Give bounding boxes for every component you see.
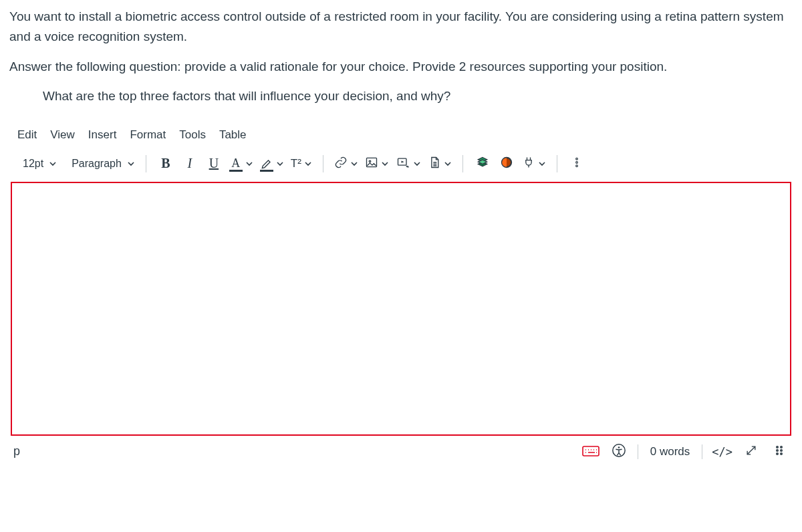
- svg-point-5: [576, 161, 578, 163]
- separator: [638, 444, 638, 459]
- image-button[interactable]: [362, 152, 392, 175]
- accessibility-icon: [612, 443, 626, 460]
- document-button[interactable]: [425, 152, 454, 175]
- statusbar: p 0 words </>: [9, 436, 793, 464]
- resize-handle[interactable]: [770, 442, 789, 461]
- text-color-icon: A: [229, 156, 243, 170]
- media-icon: [396, 156, 410, 172]
- editor-textarea[interactable]: [11, 182, 791, 436]
- question-paragraph-2: Answer the following question: provide a…: [9, 57, 793, 77]
- separator: [146, 155, 146, 172]
- block-type-select[interactable]: Paragraph: [66, 152, 138, 175]
- superscript-button[interactable]: T²: [288, 152, 315, 175]
- question-paragraph-1: You want to install a biometric access c…: [9, 7, 793, 47]
- keyboard-icon: [582, 444, 599, 460]
- bold-icon: B: [161, 156, 170, 171]
- chevron-down-icon: [444, 160, 452, 168]
- text-color-button[interactable]: A: [227, 152, 256, 175]
- svg-point-12: [777, 449, 778, 450]
- svg-point-11: [781, 446, 782, 447]
- word-count[interactable]: 0 words: [648, 445, 693, 458]
- block-type-label: Paragraph: [69, 158, 124, 170]
- media-button[interactable]: [393, 152, 424, 175]
- svg-point-1: [369, 160, 371, 162]
- menu-insert[interactable]: Insert: [88, 128, 117, 142]
- chevron-down-icon: [538, 160, 546, 168]
- kaltura-plugin-button[interactable]: [495, 152, 518, 175]
- highlight-color-button[interactable]: [257, 152, 287, 175]
- accessibility-checker-button[interactable]: [610, 442, 628, 461]
- link-button[interactable]: [331, 152, 361, 175]
- svg-point-15: [781, 452, 782, 454]
- menu-edit[interactable]: Edit: [17, 128, 37, 142]
- chevron-down-icon: [381, 160, 389, 168]
- more-button[interactable]: [565, 152, 588, 175]
- html-view-toggle[interactable]: </>: [712, 445, 732, 458]
- superscript-icon: T²: [291, 157, 301, 170]
- menu-table[interactable]: Table: [219, 128, 247, 142]
- menu-tools[interactable]: Tools: [179, 128, 206, 142]
- expand-icon: [745, 444, 758, 460]
- chevron-down-icon: [49, 160, 57, 168]
- svg-rect-7: [583, 446, 599, 456]
- document-icon: [428, 156, 441, 172]
- chevron-down-icon: [276, 160, 284, 168]
- fullscreen-button[interactable]: [742, 442, 761, 461]
- toolbar: 12pt Paragraph B I U A: [9, 148, 793, 182]
- separator: [462, 155, 463, 172]
- bold-button[interactable]: B: [154, 152, 177, 175]
- drag-handle-icon: [774, 445, 785, 458]
- svg-rect-0: [366, 158, 376, 166]
- apps-button[interactable]: [519, 152, 549, 175]
- underline-icon: U: [209, 156, 219, 171]
- link-icon: [334, 156, 348, 172]
- underline-button[interactable]: U: [203, 152, 225, 175]
- svg-point-4: [576, 158, 578, 160]
- element-path[interactable]: p: [13, 444, 581, 458]
- highlighter-icon: [260, 157, 273, 170]
- italic-button[interactable]: I: [178, 152, 201, 175]
- separator: [323, 155, 323, 172]
- menubar: Edit View Insert Format Tools Table: [9, 123, 793, 148]
- svg-point-6: [576, 164, 578, 166]
- office-plugin-button[interactable]: [471, 152, 494, 175]
- keyboard-shortcuts-button[interactable]: [581, 442, 600, 461]
- menu-view[interactable]: View: [50, 128, 75, 142]
- svg-point-14: [777, 452, 778, 454]
- menu-format[interactable]: Format: [130, 128, 166, 142]
- svg-point-10: [777, 446, 778, 447]
- image-icon: [365, 156, 378, 172]
- plug-icon: [522, 156, 535, 172]
- svg-point-9: [618, 446, 620, 448]
- chevron-down-icon: [350, 160, 358, 168]
- office-icon: [476, 156, 489, 172]
- chevron-down-icon: [413, 160, 421, 168]
- question-paragraph-3: What are the top three factors that will…: [9, 86, 793, 106]
- chevron-down-icon: [127, 160, 135, 168]
- more-vertical-icon: [571, 156, 583, 171]
- kaltura-icon: [500, 156, 513, 172]
- chevron-down-icon: [304, 160, 312, 168]
- font-size-label: 12pt: [20, 158, 46, 170]
- rich-content-editor: Edit View Insert Format Tools Table 12pt…: [9, 123, 793, 464]
- italic-icon: I: [188, 156, 192, 171]
- chevron-down-icon: [245, 160, 253, 168]
- separator: [702, 444, 702, 459]
- svg-point-13: [781, 449, 782, 450]
- separator: [557, 155, 557, 172]
- font-size-select[interactable]: 12pt: [17, 152, 59, 175]
